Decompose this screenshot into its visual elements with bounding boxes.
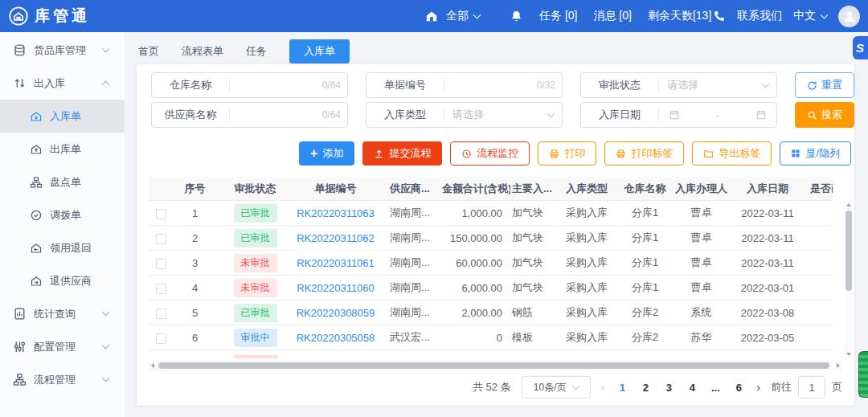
sidebar-item-goods-warehouse[interactable]: 货品库管理: [0, 34, 125, 67]
submit-flow-button[interactable]: 提交流程: [362, 141, 442, 166]
table-cell: 2022-03-08: [731, 307, 804, 319]
page-size-select[interactable]: 10条/页: [522, 376, 591, 399]
doc-number-link[interactable]: RK20220308059: [297, 307, 375, 319]
supplier-name-input[interactable]: [236, 109, 319, 121]
table-row[interactable]: 3未审批RK20220311061湖南周...60,000.00加气块采购入库分…: [149, 251, 833, 276]
scroll-down-arrow[interactable]: [846, 353, 851, 356]
row-checkbox[interactable]: [156, 209, 166, 219]
column-header[interactable]: 仓库名称: [619, 182, 671, 196]
column-header[interactable]: 入库日期: [731, 182, 804, 196]
column-header[interactable]: 入库办理人: [671, 182, 731, 196]
doc-number-input[interactable]: [451, 80, 534, 92]
pagination-page[interactable]: 4: [685, 382, 699, 394]
sidebar-item-requisition-return[interactable]: 领用退回: [0, 231, 125, 264]
table-cell: 模板: [510, 330, 555, 345]
sidebar-item-in-out[interactable]: 出入库: [0, 67, 125, 100]
approval-status-select[interactable]: 请选择: [659, 78, 776, 92]
customer-service-widget[interactable]: S: [853, 36, 868, 59]
filter-inbound-type: 入库类型 请选择: [366, 102, 563, 128]
row-checkbox[interactable]: [156, 284, 166, 294]
warehouse-name-input[interactable]: [236, 80, 319, 92]
table-row[interactable]: 6审批中RK20220305058武汉宏...0模板采购入库分库2苏华2022-…: [149, 325, 833, 350]
table-cell: 2: [173, 232, 217, 244]
column-header[interactable]: 金额合计(含税): [442, 182, 510, 196]
date-range-picker[interactable]: -: [659, 109, 776, 121]
sidebar-item-return-to-supplier[interactable]: 退供应商: [0, 264, 125, 297]
print-button[interactable]: 打印: [538, 141, 596, 166]
table-row[interactable]: 2已审批RK20220311062湖南周...150,000.00加气块采购入库…: [149, 226, 833, 251]
pagination-page[interactable]: 1: [615, 382, 629, 394]
vertical-scrollbar[interactable]: [845, 201, 853, 358]
sidebar: 货品库管理 出入库 入库单 出库单 盘点单 调拨单 领用退回 退供应商 统计查询…: [0, 32, 125, 417]
table-cell: 加气块: [510, 280, 555, 295]
table-cell: 2,000.00: [442, 307, 510, 319]
print-label-button[interactable]: 打印标签: [604, 141, 684, 166]
column-header[interactable]: 单据编号: [293, 182, 378, 196]
tab-home[interactable]: 首页: [138, 39, 159, 63]
table-row[interactable]: 5已审批RK20220308059湖南周...2,000.00钢筋采购入库分库2…: [149, 300, 833, 325]
doc-number-link[interactable]: RK20220311061: [297, 257, 375, 269]
language-select[interactable]: 中文: [793, 9, 827, 23]
doc-number-link[interactable]: RK20220311063: [297, 207, 375, 219]
column-header[interactable]: 供应商...: [378, 182, 442, 196]
sidebar-item-stocktake-order[interactable]: 盘点单: [0, 166, 125, 198]
toggle-columns-button[interactable]: 显/隐列: [780, 141, 851, 166]
avatar[interactable]: [838, 6, 860, 27]
column-header[interactable]: 序号: [173, 182, 217, 196]
status-cell: 已审批: [217, 304, 293, 322]
sidebar-item-inbound-order[interactable]: 入库单: [0, 100, 125, 133]
messages-counter[interactable]: 消息 [0]: [593, 9, 631, 23]
column-header[interactable]: 主要入...: [510, 182, 555, 196]
pagination-page[interactable]: 3: [661, 382, 676, 394]
prev-page-button[interactable]: ‹: [601, 381, 605, 394]
table-cell: 2022-03-11: [731, 257, 804, 269]
table-row[interactable]: 1已审批RK20220311063湖南周...1,000.00加气块采购入库分库…: [149, 201, 833, 226]
horizontal-scroll-thumb[interactable]: [158, 362, 829, 369]
table-cell: 采购入库: [555, 330, 619, 345]
sidebar-item-transfer-order[interactable]: 调拨单: [0, 198, 125, 231]
horizontal-scrollbar[interactable]: [149, 361, 842, 370]
pagination-page[interactable]: 6: [731, 382, 746, 394]
vertical-scroll-thumb[interactable]: [845, 211, 852, 291]
row-checkbox[interactable]: [156, 333, 166, 344]
search-button[interactable]: 搜索: [795, 102, 854, 128]
add-button[interactable]: +添加: [299, 141, 354, 166]
scope-select[interactable]: 全部: [446, 9, 480, 23]
scroll-left-arrow[interactable]: [151, 363, 154, 368]
inbound-type-select[interactable]: 请选择: [444, 108, 562, 122]
sidebar-item-outbound-order[interactable]: 出库单: [0, 133, 125, 166]
doc-number-link[interactable]: RK20220311060: [297, 282, 375, 294]
table-cell: 分库2: [619, 330, 671, 345]
flow-monitor-button[interactable]: 流程监控: [450, 141, 530, 166]
doc-number-link[interactable]: RK20220305058: [297, 332, 375, 344]
row-checkbox[interactable]: [156, 259, 166, 269]
bell-icon[interactable]: [510, 10, 523, 23]
reset-icon: [807, 80, 817, 91]
contact-us-link[interactable]: 联系我们: [737, 9, 782, 23]
column-header[interactable]: 审批状态: [217, 182, 293, 196]
scroll-up-arrow[interactable]: [846, 203, 851, 206]
green-elevator-widget[interactable]: [858, 351, 868, 398]
column-header[interactable]: 入库类型: [555, 182, 619, 196]
goto-page-input[interactable]: [798, 376, 825, 399]
export-label-button[interactable]: 导出标签: [692, 141, 772, 166]
pagination-page[interactable]: 2: [638, 382, 653, 394]
sidebar-item-workflow[interactable]: 流程管理: [0, 363, 125, 396]
upload-icon: [374, 149, 384, 159]
sidebar-item-config[interactable]: 配置管理: [0, 330, 125, 363]
table-row[interactable]: 4未审批RK20220311060湖南周...6,000.00加气块采购入库分库…: [149, 276, 833, 300]
pagination: 共 52 条 10条/页 ‹ 1234...6 › 前往 页: [473, 376, 842, 399]
doc-number-link[interactable]: RK20220311062: [297, 232, 375, 244]
tab-workflow-forms[interactable]: 流程表单: [182, 39, 223, 63]
next-page-button[interactable]: ›: [756, 381, 760, 394]
tab-inbound-order[interactable]: 入库单: [289, 39, 350, 63]
row-checkbox[interactable]: [156, 309, 166, 319]
reset-button[interactable]: 重置: [795, 72, 854, 98]
row-checkbox[interactable]: [156, 234, 166, 244]
tasks-counter[interactable]: 任务 [0]: [539, 9, 577, 23]
tab-tasks[interactable]: 任务: [246, 39, 267, 63]
sidebar-item-statistics[interactable]: 统计查询: [0, 297, 125, 330]
column-header[interactable]: 是否已一键: [804, 182, 833, 196]
status-badge: 已审批: [234, 204, 277, 223]
scroll-right-arrow[interactable]: [837, 363, 840, 368]
